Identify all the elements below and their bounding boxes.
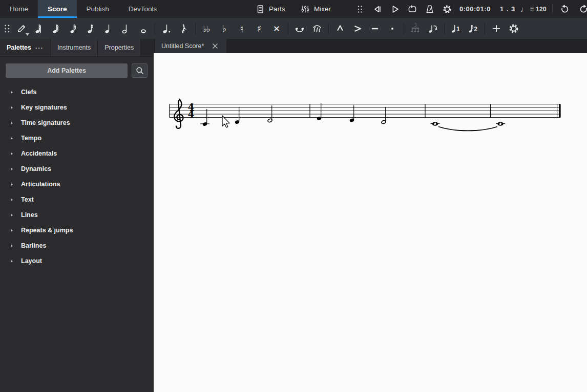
whole-note[interactable] xyxy=(496,122,505,126)
note-toolbar-drag-handle[interactable] xyxy=(2,20,13,37)
musescore-app: { "menu_bar": { "tabs": [ {"label": "Hom… xyxy=(0,0,587,392)
slur-button[interactable] xyxy=(308,20,326,37)
caret-right-icon[interactable] xyxy=(10,90,21,95)
caret-right-icon[interactable] xyxy=(10,244,21,248)
caret-right-icon[interactable] xyxy=(10,182,21,187)
tab-devtools[interactable]: DevTools xyxy=(119,0,167,18)
sharp-button[interactable]: ♯ xyxy=(250,20,268,37)
caret-right-icon[interactable] xyxy=(10,151,21,156)
customize-toolbar-button[interactable] xyxy=(505,20,522,37)
tempo-display[interactable]: ♩ = 120 xyxy=(520,5,547,13)
document-tab[interactable]: Untitled Score* xyxy=(155,39,226,53)
parts-label: Parts xyxy=(269,5,285,13)
final-barline-thick[interactable] xyxy=(559,104,560,118)
score-canvas[interactable]: 44 xyxy=(154,53,587,392)
toolbar-separator xyxy=(195,23,196,35)
caret-right-icon[interactable] xyxy=(10,121,21,125)
quarter-note[interactable] xyxy=(349,105,354,123)
voice-1-button[interactable]: 1 xyxy=(447,20,465,37)
palette-item-tempo[interactable]: Tempo xyxy=(0,130,154,146)
mixer-button[interactable]: Mixer xyxy=(297,2,334,16)
tenuto-icon xyxy=(369,23,381,34)
tab-score[interactable]: Score xyxy=(38,0,77,18)
palette-item-articulations[interactable]: Articulations xyxy=(0,177,154,192)
16th-note-button[interactable] xyxy=(65,20,82,37)
rest-button[interactable] xyxy=(175,20,193,37)
svg-text:3: 3 xyxy=(414,23,416,28)
palette-item-dynamics[interactable]: Dynamics xyxy=(0,161,154,177)
caret-right-icon[interactable] xyxy=(10,105,21,110)
palette-item-lines[interactable]: Lines xyxy=(0,207,154,223)
close-icon[interactable] xyxy=(210,41,220,51)
palette-item-clefs[interactable]: Clefs xyxy=(0,84,154,100)
tie-curve[interactable] xyxy=(438,127,497,131)
tab-publish[interactable]: Publish xyxy=(77,0,119,18)
loop-playback-button[interactable] xyxy=(404,2,421,16)
caret-right-icon[interactable] xyxy=(10,198,21,202)
palette-item-accidentals[interactable]: Accidentals xyxy=(0,146,154,161)
add-palettes-button[interactable]: Add Palettes xyxy=(6,63,128,78)
parts-button[interactable]: Parts xyxy=(252,2,288,16)
marcato-button[interactable] xyxy=(331,20,349,37)
metronome-button[interactable] xyxy=(421,2,438,16)
rest-icon xyxy=(178,23,190,34)
whole-note[interactable] xyxy=(431,122,440,126)
palette-item-key-signatures[interactable]: Key signatures xyxy=(0,100,154,115)
palette-item-time-signatures[interactable]: Time signatures xyxy=(0,115,154,130)
caret-right-icon[interactable] xyxy=(10,228,21,233)
quarter-note[interactable] xyxy=(200,109,209,126)
palette-item-repeats-jumps[interactable]: Repeats & jumps xyxy=(0,223,154,238)
palette-item-barlines[interactable]: Barlines xyxy=(0,238,154,253)
playback-drag-handle[interactable] xyxy=(351,1,369,18)
staccato-button[interactable] xyxy=(384,20,401,37)
tab-home[interactable]: Home xyxy=(0,0,38,18)
note4-icon xyxy=(103,23,114,34)
palette-item-label: Text xyxy=(21,196,34,203)
tab-instruments[interactable]: Instruments xyxy=(51,39,98,56)
undo-button[interactable] xyxy=(556,2,573,16)
tab-properties[interactable]: Properties xyxy=(98,39,141,56)
note16-icon xyxy=(68,23,79,34)
whole-note-button[interactable] xyxy=(135,20,152,37)
half-note-button[interactable] xyxy=(117,20,135,37)
add-item-button[interactable] xyxy=(488,20,505,37)
caret-right-icon[interactable] xyxy=(10,213,21,217)
eighth-note-button[interactable] xyxy=(82,20,100,37)
quarter-note-button[interactable] xyxy=(100,20,117,37)
caret-right-icon[interactable] xyxy=(10,136,21,141)
palette-item-label: Lines xyxy=(21,211,38,219)
double-flat-button[interactable]: ♭♭ xyxy=(198,20,216,37)
treble-clef[interactable] xyxy=(174,99,183,128)
double-sharp-button[interactable]: × xyxy=(268,20,285,37)
play-button[interactable] xyxy=(386,2,404,16)
64th-note-button[interactable] xyxy=(30,20,48,37)
redo-button[interactable] xyxy=(576,2,587,16)
tab-palettes[interactable]: Palettes ··· xyxy=(0,39,51,56)
caret-right-icon[interactable] xyxy=(10,259,21,264)
caret-right-icon[interactable] xyxy=(10,167,21,171)
caret-down-icon xyxy=(26,33,29,36)
tenuto-button[interactable] xyxy=(366,20,384,37)
palette-item-text[interactable]: Text xyxy=(0,192,154,207)
natural-button[interactable]: ♮ xyxy=(233,20,250,37)
search-palettes-button[interactable] xyxy=(132,63,148,78)
voice-2-button[interactable]: 2 xyxy=(465,20,482,37)
quarter-note[interactable] xyxy=(317,103,322,121)
palettes-menu-dots-icon[interactable]: ··· xyxy=(35,44,44,52)
panel-tab-bar: Palettes ··· Instruments Properties xyxy=(0,39,154,57)
note-input-button[interactable] xyxy=(13,20,30,37)
augmentation-dot-button[interactable] xyxy=(158,20,175,37)
toolbar-separator xyxy=(453,4,453,14)
half-note[interactable] xyxy=(381,107,386,124)
note8-icon xyxy=(86,23,97,34)
accent-button[interactable] xyxy=(349,20,366,37)
tie-button[interactable] xyxy=(291,20,308,37)
quarter-note[interactable] xyxy=(235,107,240,124)
rewind-button[interactable] xyxy=(369,2,386,16)
time-signature[interactable]: 44 xyxy=(187,101,194,120)
svg-text:♭: ♭ xyxy=(206,24,210,33)
flat-button[interactable]: ♭ xyxy=(216,20,233,37)
palette-item-layout[interactable]: Layout xyxy=(0,253,154,269)
flip-direction-button[interactable] xyxy=(424,20,442,37)
32nd-note-button[interactable] xyxy=(48,20,65,37)
